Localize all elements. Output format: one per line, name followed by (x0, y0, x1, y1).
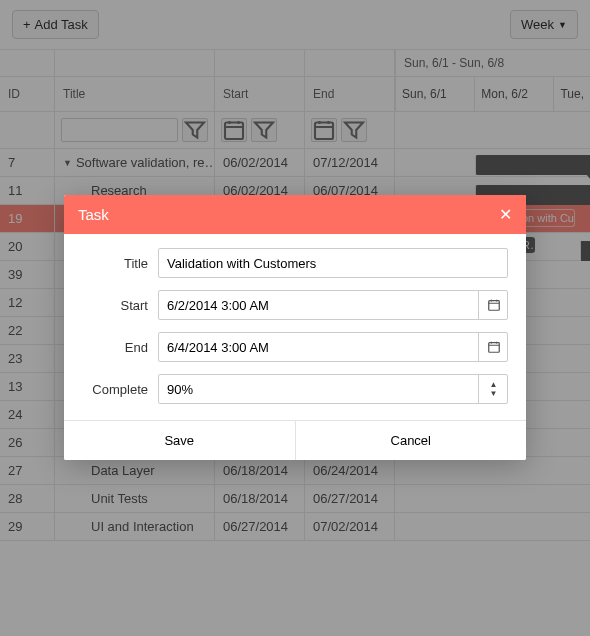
svg-rect-3 (488, 343, 499, 353)
start-label: Start (82, 298, 158, 313)
spinner-up-icon: ▲ (490, 380, 498, 389)
close-icon[interactable]: ✕ (499, 205, 512, 224)
modal-overlay[interactable]: Task ✕ Title Start End Complete ▲▼ Save (0, 0, 590, 636)
calendar-icon[interactable] (478, 332, 508, 362)
title-field[interactable] (158, 248, 508, 278)
end-field[interactable] (158, 332, 508, 362)
save-button[interactable]: Save (64, 421, 296, 460)
end-label: End (82, 340, 158, 355)
cancel-button[interactable]: Cancel (296, 421, 527, 460)
modal-title: Task (78, 206, 109, 223)
complete-label: Complete (82, 382, 158, 397)
spinner-buttons[interactable]: ▲▼ (478, 374, 508, 404)
svg-rect-2 (488, 301, 499, 311)
complete-field[interactable] (158, 374, 508, 404)
task-modal: Task ✕ Title Start End Complete ▲▼ Save (64, 195, 526, 460)
start-field[interactable] (158, 290, 508, 320)
title-label: Title (82, 256, 158, 271)
spinner-down-icon: ▼ (490, 389, 498, 398)
calendar-icon[interactable] (478, 290, 508, 320)
